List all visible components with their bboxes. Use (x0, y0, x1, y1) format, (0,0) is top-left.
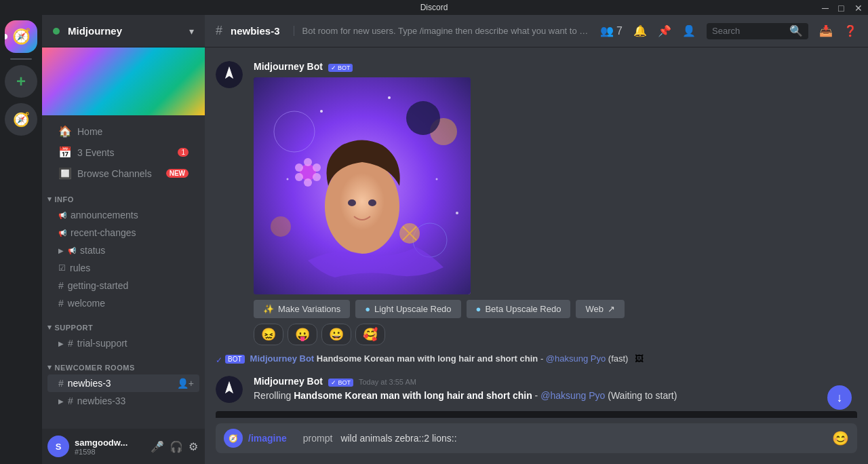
channel-recent-changes[interactable]: 📢 recent-changes (47, 224, 199, 241)
user-controls: 🎤 🎧 ⚙ (149, 439, 199, 455)
category-support[interactable]: ▾ SUPPORT (42, 312, 205, 334)
message-input-container: 🧭 /imagine prompt 😊 (216, 423, 857, 453)
server-header[interactable]: Midjourney ▾ (42, 15, 205, 47)
inline-notification: ✓ BOT Midjourney Bot Handsome Korean man… (205, 348, 868, 370)
category-label3: NEWCOMER ROOMS (55, 364, 135, 372)
light-upscale-icon: ● (365, 304, 370, 314)
server-dropdown-icon[interactable]: ▾ (189, 26, 194, 37)
sidebar-item-browse-channels[interactable]: 🔲 Browse Channels NEW (47, 163, 199, 184)
browse-icon: 🔲 (58, 167, 72, 180)
message-author: Midjourney Bot (254, 61, 323, 72)
maximize-button[interactable]: □ (838, 3, 846, 12)
add-member-icon[interactable]: 👤+ (177, 378, 194, 389)
channel-name: getting-started (68, 280, 129, 291)
web-button[interactable]: Web ↗ (576, 300, 625, 318)
reaction-grin[interactable]: 😀 (321, 324, 351, 345)
inline-author-link[interactable]: Midjourney Bot (250, 353, 315, 364)
message-content-2: Midjourney Bot ✓ BOT Today at 3:55 AM Re… (254, 376, 857, 403)
svg-point-9 (348, 199, 356, 206)
events-badge: 1 (178, 148, 189, 157)
beta-upscale-label: Beta Upscale Redo (485, 304, 561, 314)
channel-getting-started[interactable]: # getting-started (47, 277, 199, 294)
channel-name: newbies-3 (68, 378, 111, 389)
events-icon: 📅 (58, 146, 72, 159)
sidebar-item-events[interactable]: 📅 3 Events 1 (47, 142, 199, 163)
members-button[interactable]: 👤 (682, 24, 696, 37)
announce-icon: 📢 (58, 212, 66, 219)
hash-icon: # (58, 280, 64, 291)
channel-name: recent-changes (71, 227, 136, 238)
member-count[interactable]: 👥 7 (600, 24, 623, 37)
reaction-tired[interactable]: 😖 (254, 324, 283, 345)
bot-author-2: Midjourney Bot (254, 376, 323, 387)
generated-image[interactable] (254, 77, 471, 294)
mute-button[interactable]: 🎤 (149, 439, 165, 455)
channel-newbies-3[interactable]: # newbies-3 👤+ (47, 374, 199, 392)
search-bar[interactable]: 🔍 (707, 23, 808, 39)
add-server-button[interactable]: + (5, 65, 37, 98)
prompt-tooltip: prompt The prompt to imagine (216, 411, 857, 418)
hash-icon4: # (58, 378, 64, 389)
channel-status[interactable]: ▶ 📢 status (47, 241, 199, 259)
svg-point-17 (295, 163, 303, 172)
make-variations-button[interactable]: ✨ Make Variations (254, 300, 350, 318)
server-icon-midjourney[interactable]: 🧭 (5, 20, 37, 53)
inline-message-body: Handsome Korean man with long hair and s… (317, 353, 629, 364)
close-button[interactable]: ✕ (854, 3, 863, 12)
reaction-tongue[interactable]: 😛 (288, 324, 317, 345)
channel-list: 🏠 Home 📅 3 Events 1 🔲 Browse Channels NE… (42, 115, 205, 429)
channel-trial-support[interactable]: ▶ # trial-support (47, 334, 199, 352)
events-label: 3 Events (77, 147, 114, 158)
mention-haksung[interactable]: @haksung Pyo (540, 390, 605, 401)
notification-bell-button[interactable]: 🔔 (633, 24, 647, 37)
channel-rules[interactable]: ☑ rules (47, 259, 199, 277)
search-icon: 🔍 (789, 24, 803, 37)
beta-upscale-redo-button[interactable]: ● Beta Upscale Redo (467, 300, 571, 318)
category-collapse-icon2: ▾ (47, 323, 52, 332)
inbox-button[interactable]: 📥 (819, 24, 833, 37)
web-label: Web (585, 304, 604, 314)
announce-icon2: 📢 (58, 229, 66, 237)
bot-avatar-2 (216, 376, 243, 403)
help-button[interactable]: ❓ (844, 24, 857, 37)
deafen-button[interactable]: 🎧 (168, 439, 184, 455)
svg-point-14 (313, 173, 321, 181)
channel-newbies-33[interactable]: ▶ # newbies-33 (47, 392, 199, 410)
channel-header: # newbies-3 Bot room for new users. Type… (205, 15, 868, 47)
svg-point-21 (436, 178, 438, 180)
svg-point-12 (304, 158, 312, 166)
beta-upscale-icon: ● (476, 304, 481, 314)
svg-point-18 (320, 110, 323, 113)
settings-button[interactable]: ⚙ (187, 439, 199, 455)
channel-welcome[interactable]: # welcome (47, 294, 199, 312)
image-small-icon: 🖼 (635, 353, 644, 364)
search-input[interactable] (712, 26, 785, 36)
expand-icon2: ▶ (58, 398, 64, 405)
explore-button[interactable]: 🧭 (5, 103, 37, 136)
variations-icon: ✨ (263, 304, 274, 314)
image-svg (254, 77, 471, 294)
expand-icon: ▶ (58, 340, 64, 347)
svg-point-22 (456, 212, 458, 214)
sidebar-item-home[interactable]: 🏠 Home (47, 121, 199, 142)
category-info[interactable]: ▾ INFO (42, 184, 205, 206)
reaction-heart-eyes[interactable]: 🥰 (355, 324, 385, 345)
channel-announcements[interactable]: 📢 announcements (47, 206, 199, 224)
category-newcomer-rooms[interactable]: ▾ NEWCOMER ROOMS (42, 352, 205, 374)
message-input[interactable] (340, 433, 827, 444)
member-count-icon: 👥 (600, 24, 614, 37)
svg-point-5 (271, 216, 291, 237)
channel-header-name: newbies-3 (231, 25, 280, 37)
verified-tag: ✓ BOT (328, 64, 353, 72)
message-content: Midjourney Bot ✓ BOT (254, 61, 857, 345)
browse-channels-label: Browse Channels (77, 168, 152, 179)
header-actions: 👥 7 🔔 📌 👤 🔍 📥 ❓ (600, 23, 857, 39)
scroll-to-bottom-button[interactable]: ↓ (827, 385, 852, 410)
minimize-button[interactable]: ─ (822, 3, 830, 12)
reactions: 😖 😛 😀 🥰 (254, 324, 857, 345)
category-label2: SUPPORT (55, 324, 94, 332)
emoji-button[interactable]: 😊 (832, 430, 849, 446)
pin-button[interactable]: 📌 (658, 24, 671, 37)
light-upscale-redo-button[interactable]: ● Light Upscale Redo (355, 300, 460, 318)
mention-user[interactable]: @haksung Pyo (546, 353, 606, 364)
